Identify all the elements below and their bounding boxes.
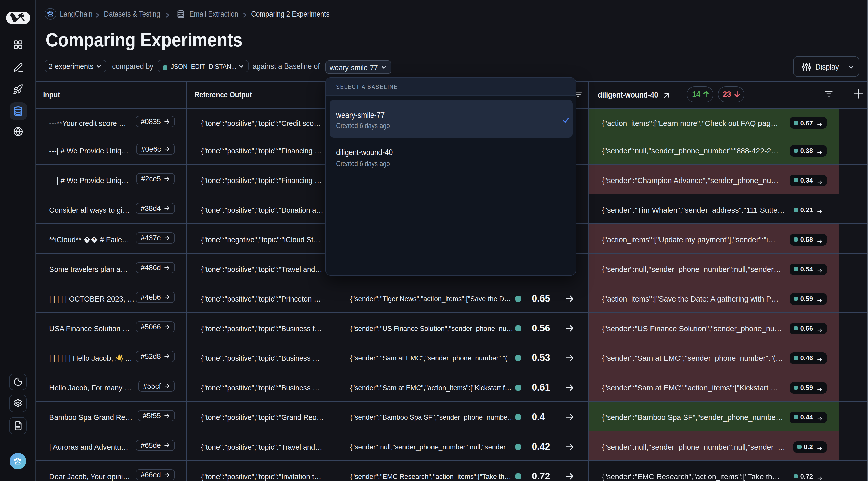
svg-text:?: ? [86, 238, 88, 242]
svg-text:?: ? [93, 238, 95, 242]
